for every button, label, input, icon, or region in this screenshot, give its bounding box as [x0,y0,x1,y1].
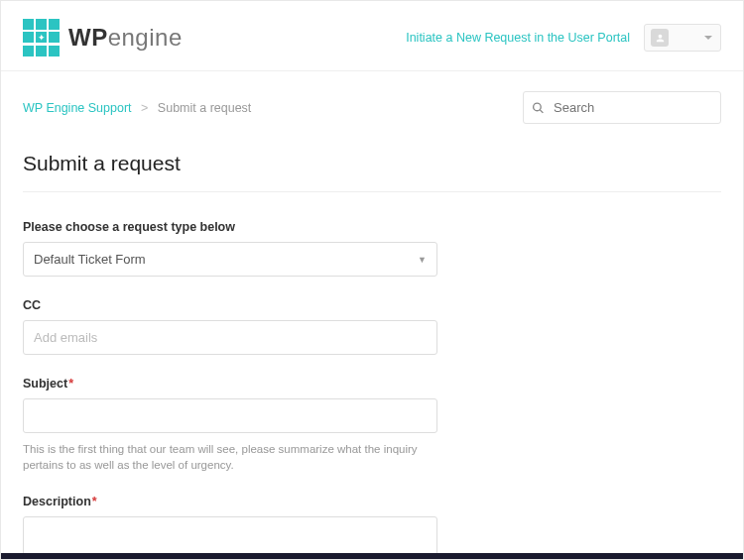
subject-label: Subject* [23,377,437,391]
logo-text-wp: WP [68,24,108,51]
search-icon [532,101,545,114]
cc-input[interactable] [23,320,437,355]
svg-point-0 [534,103,542,111]
logo-text: WPengine [68,24,183,52]
breadcrumb-separator: > [141,101,148,115]
request-type-field: Please choose a request type below Defau… [23,220,437,277]
request-type-label: Please choose a request type below [23,220,437,234]
search-box [523,91,721,124]
subject-field: Subject* This is the first thing that ou… [23,377,437,473]
request-form: Please choose a request type below Defau… [23,220,437,560]
header-right: Initiate a New Request in the User Porta… [406,24,721,52]
breadcrumb-current: Submit a request [158,101,252,115]
svg-line-1 [540,109,543,112]
user-dropdown[interactable] [644,24,721,52]
subheader: WP Engine Support > Submit a request [1,71,743,132]
header: WPengine Initiate a New Request in the U… [1,1,743,71]
subject-input[interactable] [23,398,437,433]
chevron-down-icon [704,36,712,40]
portal-link[interactable]: Initiate a New Request in the User Porta… [406,31,630,45]
breadcrumb-root[interactable]: WP Engine Support [23,101,132,115]
breadcrumb: WP Engine Support > Submit a request [23,101,251,115]
search-input[interactable] [523,91,721,124]
subject-hint: This is the first thing that our team wi… [23,441,437,473]
main-content: Submit a request Please choose a request… [1,132,743,560]
required-asterisk: * [68,377,73,391]
request-type-select[interactable]: Default Ticket Form ▼ [23,242,437,277]
cc-label: CC [23,298,437,312]
logo-text-engine: engine [108,24,183,51]
caret-down-icon: ▼ [418,255,427,265]
cc-field: CC [23,298,437,355]
description-label: Description* [23,495,437,508]
footer-bar [1,553,743,559]
request-type-value: Default Ticket Form [34,252,146,267]
logo-icon [23,19,61,56]
description-field: Description* [23,495,437,560]
user-icon [651,29,669,47]
wpengine-logo[interactable]: WPengine [23,19,183,56]
required-asterisk: * [92,495,97,508]
page-title: Submit a request [23,152,721,192]
